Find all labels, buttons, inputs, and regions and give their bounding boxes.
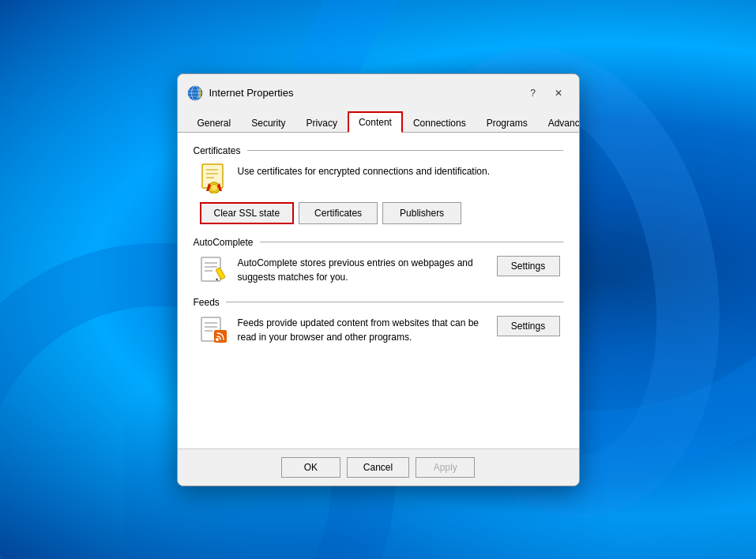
clear-ssl-state-button[interactable]: Clear SSL state: [200, 202, 295, 224]
dialog-footer: OK Cancel Apply: [178, 448, 579, 486]
feeds-header: Feeds: [194, 297, 563, 308]
certificates-button[interactable]: Certificates: [299, 202, 378, 224]
svg-rect-23: [214, 330, 227, 343]
title-bar: Internet Properties ? ✕: [178, 74, 579, 104]
autocomplete-icon: [200, 256, 228, 284]
svg-point-10: [210, 184, 217, 191]
cancel-button[interactable]: Cancel: [347, 457, 409, 478]
apply-button[interactable]: Apply: [416, 457, 475, 478]
autocomplete-title: AutoComplete: [194, 237, 260, 248]
certificates-line: [247, 150, 563, 151]
close-button[interactable]: ✕: [547, 82, 570, 104]
autocomplete-line: [260, 242, 563, 242]
tab-security[interactable]: Security: [241, 113, 295, 133]
dialog-body: Certificates: [178, 133, 579, 448]
ok-button[interactable]: OK: [281, 457, 340, 478]
tab-bar: General Security Privacy Content Connect…: [178, 104, 579, 133]
internet-properties-dialog: Internet Properties ? ✕ General Security…: [177, 73, 580, 486]
autocomplete-header: AutoComplete: [194, 237, 563, 248]
tab-privacy[interactable]: Privacy: [296, 113, 348, 133]
feeds-section: Feeds: [194, 297, 563, 344]
help-button[interactable]: ?: [522, 82, 544, 104]
feeds-content: Feeds provide updated content from websi…: [194, 316, 563, 344]
dialog-title: Internet Properties: [209, 87, 294, 99]
certificates-content: Use certificates for encrypted connectio…: [194, 164, 563, 193]
tab-general[interactable]: General: [187, 113, 242, 133]
autocomplete-description: AutoComplete stores previous entries on …: [238, 256, 487, 284]
certificates-buttons: Clear SSL state Certificates Publishers: [200, 202, 563, 224]
ie-icon: [187, 85, 203, 101]
feeds-description: Feeds provide updated content from websi…: [238, 316, 487, 344]
certificates-icon: [200, 164, 228, 193]
feeds-line: [226, 302, 563, 302]
autocomplete-section: AutoComplete: [194, 237, 563, 284]
title-bar-controls: ? ✕: [522, 82, 570, 104]
certificates-header: Certificates: [194, 145, 563, 156]
title-bar-left: Internet Properties: [187, 85, 294, 101]
feeds-icon: [200, 316, 228, 344]
tab-content[interactable]: Content: [348, 111, 403, 133]
autocomplete-settings-button[interactable]: Settings: [497, 256, 560, 276]
autocomplete-content: AutoComplete stores previous entries on …: [194, 256, 563, 284]
certificates-section: Certificates: [194, 145, 563, 224]
feeds-title: Feeds: [194, 297, 226, 308]
tab-programs[interactable]: Programs: [476, 113, 538, 133]
svg-point-24: [216, 338, 219, 341]
tab-advanced[interactable]: Advanced: [538, 113, 580, 133]
dialog-overlay: Internet Properties ? ✕ General Security…: [0, 0, 756, 559]
feeds-settings-button[interactable]: Settings: [497, 316, 560, 336]
certificates-title: Certificates: [194, 145, 247, 156]
tab-connections[interactable]: Connections: [403, 113, 476, 133]
certificates-description: Use certificates for encrypted connectio…: [238, 164, 491, 178]
publishers-button[interactable]: Publishers: [382, 202, 461, 224]
